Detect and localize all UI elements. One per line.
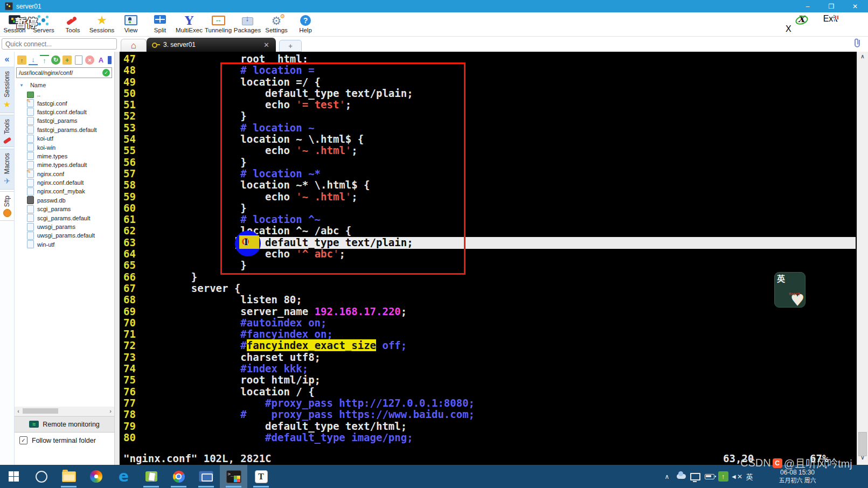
taskbar-vmware-button[interactable] xyxy=(192,465,220,488)
file-item[interactable]: koi-win xyxy=(15,143,114,151)
windows-taskbar: ∧ ↑ ◄✕ 英 06-08 15:30 五月初六 周六 xyxy=(0,465,868,488)
tray-battery-icon[interactable] xyxy=(703,465,717,488)
x-server-button[interactable]: X server xyxy=(786,12,817,37)
scroll-up-icon[interactable]: ∧ xyxy=(857,53,868,59)
taskbar-mobaxterm-button[interactable] xyxy=(220,465,247,488)
file-icon xyxy=(27,117,34,125)
new-file-icon[interactable] xyxy=(74,55,83,65)
home-tab[interactable] xyxy=(121,39,147,52)
toolbar-session-button[interactable]: Session xyxy=(0,12,29,37)
file-item[interactable]: uwsgi_params xyxy=(15,222,114,231)
remote-path-input[interactable] xyxy=(17,69,102,76)
file-item[interactable]: scgi_params.default xyxy=(15,213,114,222)
toolbar-multiexec-button[interactable]: MultiExec xyxy=(175,12,204,37)
quick-connect-input[interactable] xyxy=(2,38,117,50)
taskbar-edge-button[interactable] xyxy=(110,465,137,488)
file-item[interactable]: nginx.conf_mybak xyxy=(15,187,114,196)
scroll-right-icon[interactable]: › xyxy=(107,408,114,414)
refresh-icon[interactable]: ↻ xyxy=(51,55,60,65)
tray-display-icon[interactable] xyxy=(689,465,702,488)
panel-splitter[interactable] xyxy=(115,52,120,465)
download-icon[interactable]: ↓ xyxy=(29,55,38,65)
file-item[interactable]: uwsgi_params.default xyxy=(15,231,114,240)
toolbar-view-button[interactable]: View xyxy=(116,12,145,37)
vmware-icon xyxy=(199,471,213,482)
file-item[interactable]: scgi_params xyxy=(15,205,114,213)
terminal[interactable]: 47 root html;48 # location =49 location … xyxy=(120,52,857,465)
tray-language-indicator[interactable]: 英 xyxy=(744,465,755,488)
tray-clock[interactable]: 06-08 15:30 五月初六 周六 xyxy=(769,465,825,488)
sessions-star-icon xyxy=(93,14,111,27)
scroll-down-icon[interactable]: ∨ xyxy=(857,455,868,461)
info-icon[interactable] xyxy=(108,56,112,64)
sidebar-tab-sftp[interactable]: Sftp xyxy=(0,191,14,221)
toolbar-sessions-button[interactable]: Sessions xyxy=(87,12,116,37)
file-name: .. xyxy=(37,91,40,97)
toolbar-tools-button[interactable]: Tools xyxy=(58,12,87,37)
file-item[interactable]: mime.types xyxy=(15,152,114,161)
taskbar-start-button[interactable] xyxy=(0,465,27,488)
file-item[interactable]: win-utf xyxy=(15,240,114,249)
toolbar-servers-button[interactable]: Servers xyxy=(29,12,58,37)
toolbar-packages-button[interactable]: Packages xyxy=(233,12,262,37)
file-item[interactable]: fastcgi_params.default xyxy=(15,126,114,134)
taskbar-chrome-button[interactable] xyxy=(165,465,192,488)
sidebar-h-scrollbar[interactable]: ‹ › xyxy=(15,407,114,415)
follow-terminal-folder[interactable]: ✓ Follow terminal folder xyxy=(19,436,96,444)
code-line-74: 74 #index kkk; xyxy=(123,363,475,374)
file-item[interactable]: fastcgi_params xyxy=(15,116,114,125)
taskbar-cortana-button[interactable] xyxy=(27,465,55,488)
toolbar-help-button[interactable]: Help xyxy=(291,12,320,37)
tray-cloud-icon[interactable] xyxy=(675,465,688,488)
remote-monitoring-button[interactable]: ≈ Remote monitoring xyxy=(15,416,114,433)
new-tab-button[interactable]: + xyxy=(279,40,302,52)
file-icon xyxy=(27,143,34,151)
tray-updater-icon[interactable]: ↑ xyxy=(717,465,730,488)
terminal-scrollbar[interactable]: ∧ ∨ xyxy=(857,52,868,465)
minimize-button[interactable]: – xyxy=(796,0,820,12)
delete-icon[interactable]: ✕ xyxy=(85,55,94,65)
toolbar-tunneling-button[interactable]: Tunneling xyxy=(204,12,233,37)
h-scroll-thumb[interactable] xyxy=(23,408,58,414)
sidebar-collapse-button[interactable]: « xyxy=(0,52,14,67)
file-item[interactable]: .. xyxy=(15,90,114,99)
follow-folder-checkbox[interactable]: ✓ xyxy=(19,436,27,444)
exit-button[interactable]: Exit xyxy=(816,12,845,37)
tray-chevron-icon[interactable]: ∧ xyxy=(662,465,672,488)
running-indicator xyxy=(143,486,159,487)
close-button[interactable]: ✕ xyxy=(843,0,867,12)
sidebar-tab-tools[interactable]: Tools xyxy=(0,115,14,147)
running-indicator xyxy=(253,486,269,487)
encoding-icon[interactable]: A xyxy=(96,55,106,65)
sidebar-tab-macros[interactable]: Macros xyxy=(0,149,14,190)
scroll-left-icon[interactable]: ‹ xyxy=(15,408,22,414)
maximize-button[interactable]: ❐ xyxy=(820,0,843,12)
taskbar-typora-button[interactable] xyxy=(247,465,275,488)
file-item[interactable]: fastcgi.conf xyxy=(15,99,114,107)
toolbar-split-button[interactable]: Split xyxy=(145,12,175,37)
file-item[interactable]: koi-utf xyxy=(15,134,114,143)
new-folder-icon[interactable]: + xyxy=(63,55,72,65)
file-item[interactable]: passwd.db xyxy=(15,196,114,205)
upload-icon[interactable]: ↑ xyxy=(40,55,49,65)
file-item[interactable]: mime.types.default xyxy=(15,161,114,169)
taskbar-notepadpp-button[interactable] xyxy=(137,465,165,488)
tray-volume-muted-icon[interactable]: ◄✕ xyxy=(730,465,744,488)
tab-close-icon[interactable]: ✕ xyxy=(263,41,269,49)
attachments-paperclip-icon[interactable] xyxy=(853,38,862,51)
file-item[interactable]: nginx.conf.default xyxy=(15,178,114,187)
file-icon xyxy=(27,205,34,213)
taskbar-explorer-button[interactable] xyxy=(55,465,82,488)
file-name: passwd.db xyxy=(37,197,66,204)
go-up-folder-icon[interactable]: ↑ xyxy=(17,55,26,65)
path-ok-icon[interactable]: ✓ xyxy=(102,69,110,76)
sidebar-tab-sessions[interactable]: Sessions xyxy=(0,67,14,113)
file-tree-header[interactable]: ▼ Name xyxy=(15,81,114,89)
tab-server01[interactable]: 3. server01 ✕ xyxy=(147,38,276,52)
taskbar-pinwheel-button[interactable] xyxy=(82,465,110,488)
scroll-thumb[interactable] xyxy=(858,432,867,456)
file-item[interactable]: nginx.conf xyxy=(15,170,114,178)
star-icon xyxy=(3,100,10,109)
file-item[interactable]: fastcgi.conf.default xyxy=(15,108,114,116)
toolbar-settings-button[interactable]: Settings xyxy=(262,12,291,37)
